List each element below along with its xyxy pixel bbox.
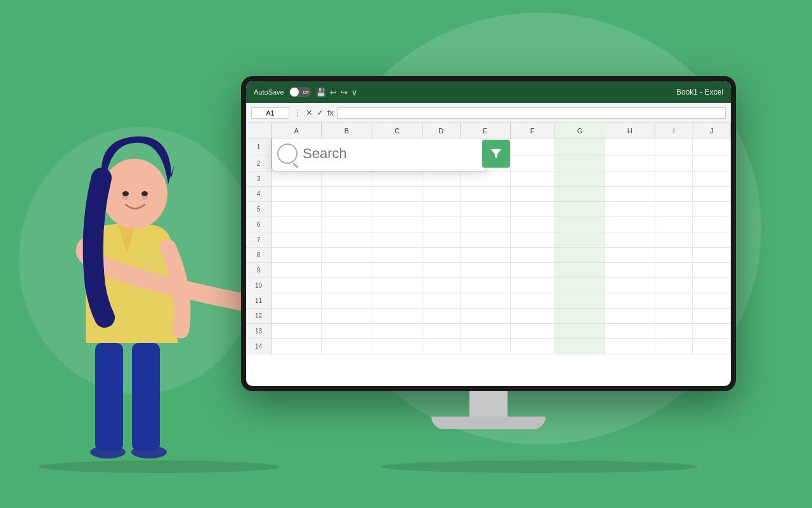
- svg-point-9: [141, 191, 148, 196]
- formula-input[interactable]: [337, 107, 726, 119]
- row-number-header: [246, 123, 272, 138]
- grid-row-11: 11: [246, 293, 731, 309]
- stand-base: [431, 417, 546, 429]
- search-overlay[interactable]: [272, 138, 487, 171]
- confirm-formula-icon[interactable]: ✓: [317, 108, 324, 117]
- filter-funnel-icon: [489, 147, 503, 161]
- monitor-shadow: [381, 460, 698, 473]
- titlebar-left: AutoSave Off 💾 ↩ ↪ ∨: [254, 87, 358, 97]
- insert-function-icon[interactable]: fx: [327, 108, 334, 117]
- stand-neck: [469, 391, 508, 417]
- excel-titlebar: AutoSave Off 💾 ↩ ↪ ∨ Book1 - Excel: [246, 81, 731, 103]
- grid-row-4: 4: [246, 187, 731, 202]
- spreadsheet-grid: A B C D E F G H I J 1: [246, 123, 731, 386]
- monitor: AutoSave Off 💾 ↩ ↪ ∨ Book1 - Excel: [241, 76, 736, 429]
- cell-h1[interactable]: [605, 138, 655, 156]
- cell-i1[interactable]: [655, 138, 693, 156]
- formula-separator: ⋮: [293, 108, 302, 118]
- monitor-screen-inner: AutoSave Off 💾 ↩ ↪ ∨ Book1 - Excel: [246, 81, 731, 386]
- col-header-j: J: [693, 123, 731, 138]
- save-icon[interactable]: 💾: [316, 88, 326, 97]
- monitor-stand: [241, 391, 736, 429]
- svg-rect-3: [132, 343, 160, 451]
- svg-rect-2: [95, 343, 123, 451]
- grid-row-12: 12: [246, 309, 731, 324]
- svg-point-8: [122, 191, 129, 196]
- cell-j1[interactable]: [693, 138, 731, 156]
- monitor-screen-outer: AutoSave Off 💾 ↩ ↪ ∨ Book1 - Excel: [241, 76, 736, 391]
- search-icon: [277, 144, 298, 164]
- grid-row-8: 8: [246, 248, 731, 263]
- cell-f1[interactable]: [511, 138, 554, 156]
- col-header-b: B: [322, 123, 372, 138]
- col-header-g: G: [554, 123, 605, 138]
- filter-button[interactable]: [482, 140, 510, 168]
- autosave-label: AutoSave: [254, 88, 284, 96]
- col-header-c: C: [372, 123, 422, 138]
- redo-icon[interactable]: ↪: [341, 88, 348, 97]
- col-header-d: D: [422, 123, 461, 138]
- col-header-h: H: [605, 123, 655, 138]
- grid-row-3: 3: [246, 171, 731, 187]
- svg-point-5: [102, 159, 167, 229]
- col-header-a: A: [272, 123, 322, 138]
- formula-icons: ✕ ✓ fx: [306, 108, 334, 117]
- autosave-toggle[interactable]: Off: [289, 87, 311, 97]
- column-headers: A B C D E F G H I J: [246, 123, 731, 138]
- excel-title: Book1 - Excel: [676, 88, 723, 97]
- col-header-f: F: [511, 123, 554, 138]
- grid-row-10: 10: [246, 278, 731, 293]
- formula-bar: A1 ⋮ ✕ ✓ fx: [246, 103, 731, 123]
- grid-row-14: 14: [246, 339, 731, 354]
- cancel-formula-icon[interactable]: ✕: [306, 108, 313, 117]
- col-header-e: E: [461, 123, 511, 138]
- search-input[interactable]: [303, 145, 477, 162]
- cell-reference-box[interactable]: A1: [251, 107, 289, 119]
- grid-row-1: 1: [246, 138, 731, 156]
- spreadsheet-rows: 1: [246, 138, 731, 386]
- character-illustration: [38, 89, 241, 470]
- grid-row-13: 13: [246, 324, 731, 339]
- more-icon[interactable]: ∨: [351, 88, 358, 97]
- grid-row-6: 6: [246, 217, 731, 232]
- grid-row-5: 5: [246, 202, 731, 217]
- col-header-i: I: [655, 123, 693, 138]
- toolbar-icons: 💾 ↩ ↪ ∨: [316, 88, 358, 97]
- toggle-knob: [290, 88, 299, 97]
- undo-icon[interactable]: ↩: [330, 88, 337, 97]
- cell-g1[interactable]: [554, 138, 605, 156]
- grid-row-9: 9: [246, 263, 731, 278]
- grid-row-7: 7: [246, 232, 731, 248]
- toggle-state: Off: [303, 90, 308, 95]
- row-num-1: 1: [246, 138, 272, 156]
